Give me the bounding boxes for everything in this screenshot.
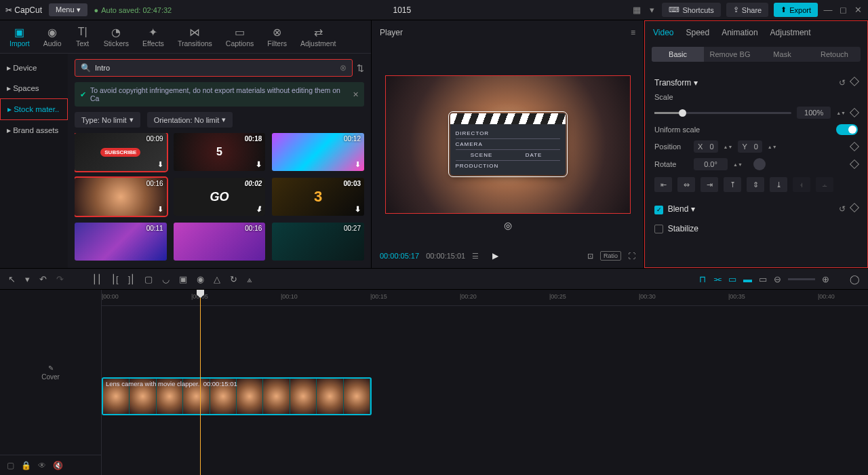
track-area[interactable]: Lens camera with movie clapper. 00:00:15…	[102, 306, 868, 469]
shortcuts-button[interactable]: ⌨ Shortcuts	[662, 3, 720, 17]
player-menu-icon[interactable]: ≡	[631, 28, 635, 37]
track-mode-icon[interactable]: ▬	[743, 274, 752, 284]
trim-right-tool[interactable]: ]⎮	[128, 274, 136, 284]
reset-view-icon[interactable]: ◎	[504, 220, 512, 231]
sidebar-item-device[interactable]: ▸ Device	[0, 58, 68, 78]
tab-adjustment[interactable]: ⇄Adjustment	[296, 24, 340, 49]
rotate-value[interactable]: 0.0°	[694, 158, 728, 170]
playhead[interactable]	[200, 290, 201, 475]
pos-y-stepper[interactable]: ▲▼	[768, 145, 777, 149]
sidebar-item-spaces[interactable]: ▸ Spaces	[0, 78, 68, 98]
zoom-in-icon[interactable]: ⊕	[822, 274, 829, 284]
share-button[interactable]: ⇪ Share	[726, 3, 768, 17]
media-thumb[interactable]: GO00:02⬇	[174, 178, 266, 216]
close-icon[interactable]: ✕	[853, 5, 863, 15]
rotate-tool[interactable]: ↻	[230, 274, 237, 284]
scale-value[interactable]: 100%	[797, 107, 831, 119]
download-icon[interactable]: ⬇	[157, 205, 163, 214]
keyframe-icon[interactable]	[850, 77, 859, 86]
download-icon[interactable]: ⬇	[256, 205, 262, 214]
track-visibility-icon[interactable]: ▢	[7, 461, 14, 470]
close-warning-icon[interactable]: ✕	[353, 90, 359, 98]
preview-icon[interactable]: ▭	[728, 274, 736, 284]
download-icon[interactable]: ⬇	[355, 160, 361, 169]
marker-tool[interactable]: ◡	[162, 274, 170, 284]
timeline-settings-icon[interactable]: ◯	[850, 274, 860, 284]
clear-search-icon[interactable]: ⊗	[340, 63, 347, 73]
uniform-scale-toggle[interactable]	[836, 124, 858, 135]
chevron-down-icon[interactable]: ▾	[647, 5, 656, 15]
chevron-down-icon[interactable]: ▾	[25, 274, 30, 284]
keyframe-icon[interactable]	[850, 203, 859, 212]
track-mute-icon[interactable]: 🔇	[53, 461, 63, 470]
play-button[interactable]: ▶	[492, 251, 498, 261]
zoom-slider[interactable]	[788, 278, 815, 280]
inspector-tab-video[interactable]: Video	[653, 28, 673, 41]
media-thumb[interactable]: 00:16⬇	[75, 178, 167, 216]
link-icon[interactable]: ⫘	[713, 274, 722, 284]
redo-button[interactable]: ↷	[56, 274, 64, 284]
track-lock-icon[interactable]: 🔒	[21, 461, 31, 470]
search-field[interactable]	[95, 64, 336, 72]
track-eye-icon[interactable]: 👁	[38, 461, 46, 470]
tab-stickers[interactable]: ◔Stickers	[100, 24, 133, 49]
player-canvas[interactable]: DIRECTOR CAMERA SCENEDATE PRODUCTION ◎	[385, 75, 631, 214]
download-icon[interactable]: ⬇	[256, 160, 262, 169]
rotate-dial-icon[interactable]	[753, 158, 766, 170]
media-thumb[interactable]: 00:12⬇	[272, 133, 364, 171]
crop-tool[interactable]: ⟁	[247, 274, 252, 284]
media-thumb[interactable]: 00:27	[272, 223, 364, 261]
rotate-stepper[interactable]: ▲▼	[733, 162, 743, 167]
mirror-tool[interactable]: △	[214, 274, 220, 284]
cover-button[interactable]: ✎ Cover	[0, 358, 101, 387]
tab-transitions[interactable]: ⋈Transitions	[174, 24, 216, 49]
sidebar-item-stock-mater-[interactable]: ▸ Stock mater..	[0, 98, 68, 120]
sidebar-item-brand-assets[interactable]: ▸ Brand assets	[0, 120, 68, 140]
scale-stepper[interactable]: ▲▼	[836, 111, 846, 115]
pointer-tool[interactable]: ↖	[8, 274, 16, 284]
tab-effects[interactable]: ✦Effects	[138, 24, 168, 49]
align-center-v-icon[interactable]: ⇕	[747, 177, 764, 192]
media-thumb[interactable]: 500:18⬇	[174, 133, 266, 171]
blend-checkbox[interactable]: ✓	[654, 206, 663, 214]
reset-icon[interactable]: ↺	[839, 78, 846, 88]
undo-button[interactable]: ↶	[39, 274, 47, 284]
distribute-h-icon[interactable]: ⫞	[793, 177, 810, 192]
type-filter[interactable]: Type: No limit ▾	[75, 112, 140, 128]
download-icon[interactable]: ⬇	[355, 205, 361, 214]
inspector-subtab-mask[interactable]: Mask	[756, 47, 808, 62]
zoom-out-icon[interactable]: ⊖	[774, 274, 781, 284]
inspector-tab-animation[interactable]: Animation	[722, 28, 757, 41]
crop-icon[interactable]: ⊡	[587, 252, 593, 261]
position-x-input[interactable]: X 0	[694, 140, 718, 153]
keyframe-icon[interactable]	[850, 142, 859, 151]
position-y-input[interactable]: Y 0	[738, 140, 762, 153]
maximize-icon[interactable]: ◻	[838, 5, 848, 15]
download-icon[interactable]: ⬇	[157, 160, 163, 169]
distribute-v-icon[interactable]: ⫠	[816, 177, 833, 192]
media-thumb[interactable]: 00:16	[174, 223, 266, 261]
layout-icon[interactable]: ▦	[632, 5, 642, 15]
pos-x-stepper[interactable]: ▲▼	[724, 145, 733, 149]
split-tool[interactable]: ⎮⎮	[92, 274, 102, 284]
tab-text[interactable]: T|Text	[71, 24, 94, 49]
trim-left-tool[interactable]: ⎮[	[111, 274, 119, 284]
inspector-tab-adjustment[interactable]: Adjustment	[770, 28, 811, 41]
tab-import[interactable]: ▣Import	[5, 24, 34, 49]
keyframe-icon[interactable]	[850, 159, 859, 169]
media-thumb[interactable]: SUBSCRIBE00:09⬇	[75, 133, 167, 171]
media-thumb[interactable]: 300:03⬇	[272, 178, 364, 216]
snap-tool[interactable]: ▣	[179, 274, 187, 284]
export-button[interactable]: ⬆ Export	[774, 3, 818, 17]
inspector-subtab-remove-bg[interactable]: Remove BG	[704, 47, 756, 62]
minimize-icon[interactable]: —	[823, 5, 833, 15]
search-input[interactable]: 🔍 ⊗	[75, 59, 353, 77]
delete-tool[interactable]: ▢	[144, 274, 153, 284]
align-top-icon[interactable]: ⤒	[724, 177, 741, 192]
tab-audio[interactable]: ◉Audio	[39, 24, 66, 49]
record-tool[interactable]: ◉	[197, 274, 204, 284]
align-right-icon[interactable]: ⇥	[701, 177, 718, 192]
scale-slider[interactable]	[654, 112, 791, 114]
ratio-button[interactable]: Ratio	[600, 251, 621, 261]
list-icon[interactable]: ☰	[472, 252, 479, 261]
